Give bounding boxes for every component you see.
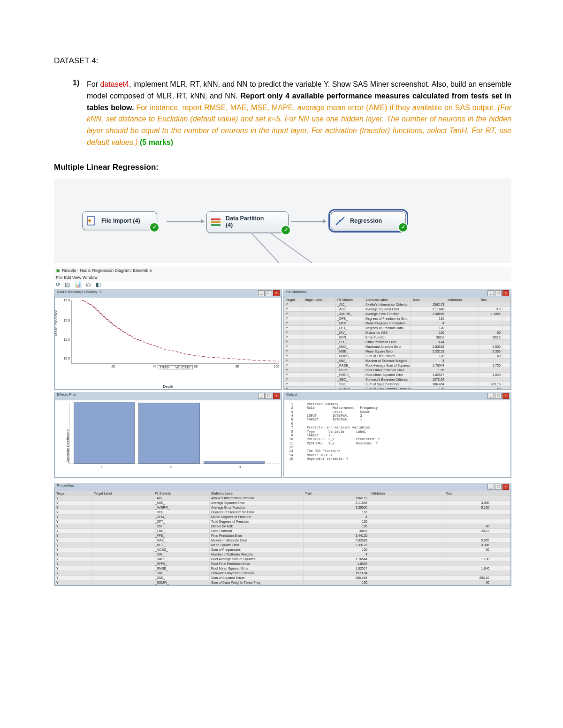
min-icon[interactable]: _ [258, 393, 265, 399]
y-tick: 15.0 [58, 319, 70, 322]
check-icon: ✓ [149, 222, 160, 233]
q-dataset: dataset4 [100, 80, 129, 88]
x-tick: 80 [236, 365, 239, 368]
node-file-import[interactable]: File Import (4) ✓ [82, 211, 157, 230]
svg-point-7 [342, 218, 343, 220]
question-number: 1) [73, 79, 87, 149]
chart-legend: TRAIN VALIDATE [158, 365, 193, 369]
y-axis-label: Mean Predicted [54, 310, 58, 336]
node-label: (4) [226, 222, 233, 228]
menubar[interactable]: File Edit View Window [54, 274, 511, 281]
max-icon[interactable]: □ [495, 484, 502, 490]
window-controls[interactable]: _□× [487, 484, 509, 490]
subheading-mlr: Multiple Linear Regression: [54, 163, 511, 172]
sas-results-window: ▣ Results - Node: Regression Diagram: En… [54, 267, 511, 586]
panel-effects-plot: Effects Plot _□× Absolute Coefficient 12… [54, 392, 282, 478]
panel-title: Output [286, 392, 297, 397]
svg-rect-1 [211, 218, 221, 220]
y-tick: 17.5 [58, 298, 70, 301]
max-icon[interactable]: □ [266, 290, 272, 296]
panel-title: Properties [57, 483, 74, 488]
max-icon[interactable]: □ [266, 393, 272, 399]
min-icon[interactable]: _ [258, 290, 265, 296]
x-tick: 100 [274, 365, 280, 368]
q-text: For [87, 80, 100, 88]
window-controls[interactable]: _□× [258, 290, 280, 296]
file-import-icon [85, 215, 98, 227]
properties-table: TargetTarget LabelFit StatisticStatistic… [55, 491, 510, 585]
dataset-heading: DATASET 4: [54, 56, 511, 66]
panel-title: Effects Plot [57, 392, 76, 397]
x-tick: 40 [152, 365, 156, 368]
panel-properties: Properties _□× TargetTarget LabelFit Sta… [54, 483, 511, 586]
window-controls[interactable]: _□× [258, 393, 280, 399]
node-regression[interactable]: Regression ✓ [331, 211, 406, 230]
x-axis-label: Depth [163, 384, 173, 389]
data-partition-icon [210, 216, 222, 228]
panel-title: Fit Statistics [286, 290, 306, 294]
panel-output: Output _□× 1 Variable Summary 2 Role Mea… [283, 392, 511, 478]
close-icon[interactable]: × [273, 393, 280, 399]
connector [291, 221, 326, 222]
connector-lines [251, 233, 345, 263]
svg-line-9 [270, 233, 312, 263]
window-titlebar: ▣ Results - Node: Regression Diagram: En… [54, 267, 511, 274]
svg-rect-2 [211, 221, 221, 223]
y-tick: 12.5 [58, 338, 70, 341]
window-title: Results - Node: Regression Diagram: Ense… [62, 268, 152, 273]
min-icon[interactable]: _ [487, 393, 494, 399]
sas-miner-flowchart: File Import (4) ✓ Data Partition (4) ✓ R… [54, 179, 511, 263]
question-body: For dataset4, implement MLR, RT, kNN, an… [87, 79, 511, 149]
node-label: File Import (4) [101, 218, 140, 224]
close-icon[interactable]: × [273, 290, 280, 296]
panel-score-rankings: Score Rankings Overlay: Y _□× Mean Predi… [54, 289, 282, 390]
y-tick: 10.0 [58, 357, 70, 360]
svg-line-8 [251, 233, 279, 263]
max-icon[interactable]: □ [495, 290, 502, 296]
window-controls[interactable]: _□× [487, 290, 509, 296]
close-icon[interactable]: × [502, 393, 509, 399]
min-icon[interactable]: _ [487, 484, 494, 490]
regression-icon [334, 215, 346, 227]
connector [167, 221, 204, 222]
close-icon[interactable]: × [502, 290, 509, 296]
bar-chart: 123 [69, 403, 279, 464]
check-icon: ✓ [398, 222, 408, 233]
output-text: 1 Variable Summary 2 Role Measurement Fr… [284, 400, 510, 477]
x-tick: 60 [194, 365, 198, 368]
svg-point-6 [339, 220, 341, 221]
node-label: Data Partition [226, 215, 264, 222]
node-label: Regression [350, 218, 382, 224]
legend-item: TRAIN [160, 366, 170, 369]
q-orange: For instance, report RMSE, MAE, MSE, MAP… [136, 104, 497, 112]
node-data-partition[interactable]: Data Partition (4) ✓ [206, 211, 289, 233]
close-icon[interactable]: × [502, 484, 509, 490]
svg-point-5 [337, 222, 338, 224]
q-marks: (5 marks) [140, 138, 173, 146]
panel-fit-statistics: Fit Statistics _□× TargetTarget LabelFit… [283, 289, 511, 390]
window-controls[interactable]: _□× [487, 393, 509, 399]
svg-rect-3 [211, 224, 221, 226]
min-icon[interactable]: _ [487, 290, 494, 296]
max-icon[interactable]: □ [495, 393, 502, 399]
fit-statistics-table: TargetTarget LabelFit StatisticStatistic… [284, 298, 510, 389]
line-chart: 17.5 15.0 12.5 10.0 20 40 60 80 100 TRAI… [71, 300, 279, 364]
x-tick: 20 [111, 365, 115, 368]
toolbar[interactable]: ⟳ ▤ 📊 🗂 ◧ [54, 281, 511, 288]
app-icon: ▣ [56, 268, 60, 273]
question-1: 1) For dataset4, implement MLR, RT, kNN,… [73, 79, 511, 149]
legend-item: VALIDATE [175, 366, 191, 369]
panel-title: Score Rankings Overlay: Y [57, 290, 102, 294]
